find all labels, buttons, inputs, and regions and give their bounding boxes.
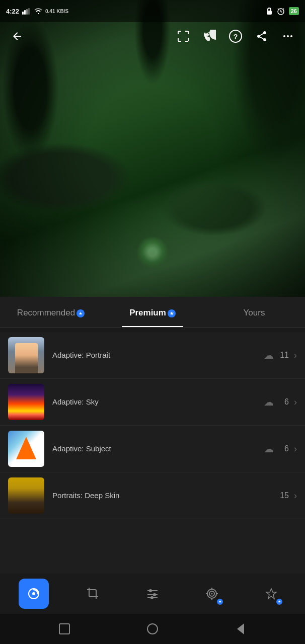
detail-icon: [205, 587, 219, 601]
tabs-container: Recommended★ Premium★ Yours: [0, 297, 305, 328]
adjust-icon: [145, 587, 160, 601]
toolbar-heal-button[interactable]: ★: [256, 579, 286, 609]
help-button[interactable]: ?: [226, 27, 245, 45]
back-icon: [237, 623, 244, 634]
signal-icon: [22, 8, 31, 15]
wifi-icon: [34, 8, 42, 15]
preset-thumbnail-portrait: [8, 337, 44, 373]
toolbar-crop-button[interactable]: [78, 579, 108, 609]
frame-icon[interactable]: [174, 27, 192, 45]
portrait-thumb-figure: [15, 343, 38, 373]
cloud-icon-subject: ☁: [264, 443, 274, 455]
preset-item-adaptive-subject[interactable]: Adaptive: Subject ☁ 6 ›: [0, 426, 305, 472]
svg-point-9: [287, 35, 289, 37]
svg-rect-2: [26, 9, 28, 15]
preset-thumbnail-deep-skin: [8, 477, 44, 514]
cloud-icon-portrait: ☁: [264, 349, 274, 361]
preset-right-portrait: ☁ 11 ›: [264, 349, 297, 361]
bottom-toolbar: ★ ★: [0, 574, 305, 614]
share-button[interactable]: [253, 27, 271, 45]
chevron-portrait: ›: [294, 350, 297, 361]
status-right: 26: [266, 7, 299, 15]
preset-name-subject: Adaptive: Subject: [52, 444, 111, 453]
heal-icon: [264, 587, 278, 601]
svg-point-12: [32, 592, 35, 595]
chevron-sky: ›: [294, 397, 297, 408]
preset-count-portrait: 11: [279, 351, 289, 360]
data-speed: 0.41 KB/S: [45, 9, 68, 14]
tabs-row: Recommended★ Premium★ Yours: [0, 297, 305, 328]
back-button[interactable]: [8, 27, 26, 45]
lock-icon: [266, 7, 273, 15]
nav-right-icons: ?: [174, 27, 297, 45]
crop-icon: [86, 587, 100, 601]
preset-item-deep-skin[interactable]: Portraits: Deep Skin 15 ›: [0, 472, 305, 519]
status-bar: 4:22 0.41 KB/S 26: [0, 0, 305, 22]
svg-rect-3: [28, 8, 30, 15]
svg-point-18: [150, 596, 154, 599]
android-recent-button[interactable]: [55, 620, 73, 638]
time-display: 4:22: [6, 8, 19, 15]
preset-right-subject: ☁ 6 ›: [264, 443, 297, 455]
status-left: 4:22 0.41 KB/S: [6, 8, 68, 15]
detail-badge: ★: [217, 599, 223, 605]
preset-count-sky: 6: [279, 397, 289, 407]
preset-list: Adaptive: Portrait ☁ 11 › Adaptive: Sky …: [0, 332, 305, 574]
sky-thumb-bg: [8, 384, 44, 420]
cloud-icon-sky: ☁: [264, 396, 274, 408]
preset-count-deep-skin: 15: [279, 491, 289, 500]
preset-thumbnail-sky: [8, 384, 44, 420]
chevron-subject: ›: [294, 444, 297, 454]
preset-info-sky: Adaptive: Sky: [52, 397, 264, 407]
toolbar-detail-button[interactable]: ★: [197, 579, 227, 609]
premium-star: ★: [168, 309, 176, 317]
preset-thumbnail-subject: [8, 431, 44, 467]
preset-count-subject: 6: [279, 444, 289, 453]
svg-rect-1: [24, 10, 26, 15]
svg-point-16: [153, 593, 156, 596]
android-back-button[interactable]: [232, 620, 250, 638]
android-nav-bar: [0, 614, 305, 644]
preset-info-portrait: Adaptive: Portrait: [52, 351, 264, 360]
chevron-deep-skin: ›: [294, 491, 297, 501]
svg-point-21: [211, 593, 213, 595]
deep-skin-thumb-bg: [8, 477, 44, 514]
tab-premium[interactable]: Premium★: [102, 297, 203, 327]
undo-button[interactable]: [200, 27, 218, 45]
preset-item-adaptive-sky[interactable]: Adaptive: Sky ☁ 6 ›: [0, 379, 305, 426]
svg-point-10: [290, 35, 292, 37]
recommended-star: ★: [77, 309, 85, 317]
sail-shape: [16, 437, 36, 459]
top-navigation: ?: [0, 22, 305, 50]
alarm-icon: [277, 7, 285, 15]
svg-text:?: ?: [234, 33, 238, 41]
preset-right-sky: ☁ 6 ›: [264, 396, 297, 408]
battery-level: 26: [289, 7, 299, 15]
svg-rect-4: [267, 11, 272, 15]
home-icon: [147, 623, 158, 634]
preset-info-subject: Adaptive: Subject: [52, 444, 264, 453]
recent-icon: [59, 623, 70, 634]
toolbar-adjust-button[interactable]: [137, 579, 168, 609]
android-home-button[interactable]: [143, 620, 162, 638]
svg-rect-0: [22, 12, 24, 15]
more-options-button[interactable]: [279, 27, 297, 45]
subject-thumb-bg: [8, 431, 44, 467]
preset-name-portrait: Adaptive: Portrait: [52, 351, 110, 359]
tab-yours[interactable]: Yours: [203, 297, 305, 327]
preset-name-deep-skin: Portraits: Deep Skin: [52, 491, 119, 500]
preset-right-deep-skin: 15 ›: [279, 491, 297, 501]
preset-info-deep-skin: Portraits: Deep Skin: [52, 491, 279, 500]
preset-item-adaptive-portrait[interactable]: Adaptive: Portrait ☁ 11 ›: [0, 332, 305, 379]
tab-recommended[interactable]: Recommended★: [0, 297, 102, 327]
presets-icon: [27, 587, 41, 601]
toolbar-presets-button[interactable]: [19, 579, 49, 609]
portrait-thumb-bg: [8, 337, 44, 373]
svg-point-14: [149, 589, 152, 592]
preset-name-sky: Adaptive: Sky: [52, 397, 99, 406]
svg-point-8: [283, 35, 285, 37]
heal-badge: ★: [276, 599, 282, 605]
